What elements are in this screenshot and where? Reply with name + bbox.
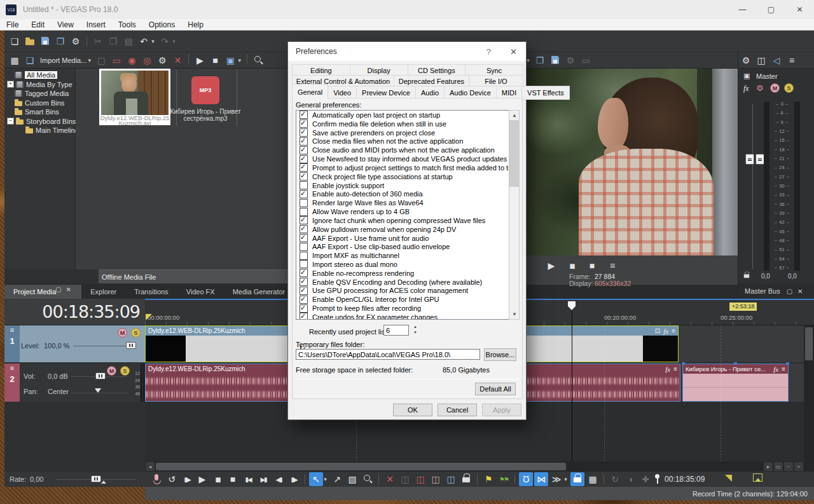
views-dropdown[interactable]: ▾ (236, 53, 243, 67)
preference-option[interactable]: Check project file type associations at … (296, 172, 519, 181)
option-checkbox[interactable] (300, 296, 308, 304)
menu-item[interactable]: Insert (80, 19, 112, 31)
extract-audio-icon[interactable]: ◎ (140, 53, 154, 67)
mixdown-audio-button[interactable]: ↻ (608, 472, 622, 486)
new-project-icon[interactable]: ❏ (8, 34, 22, 48)
browse-button[interactable]: Browse... (484, 348, 516, 361)
rate-slider-handle[interactable] (91, 475, 101, 482)
auto-ripple-button[interactable]: ≫ (549, 472, 563, 486)
start-preview-icon[interactable]: ▶ (193, 53, 207, 67)
option-checkbox[interactable] (300, 163, 308, 172)
options-scroll-thumb[interactable] (509, 120, 520, 187)
audio-track-header[interactable]: ≡ 2 M S Vol: 0,0 dB Pan: Center 12243648 (4, 364, 145, 402)
render-as-icon[interactable]: ❐ (53, 34, 67, 48)
preference-option[interactable]: Save active prerenders on project close (296, 128, 519, 137)
event-fx-icon[interactable]: fx (773, 365, 778, 373)
event-fx-icon[interactable]: fx (663, 327, 668, 335)
normal-edit-tool-button[interactable]: ↖ (309, 472, 323, 486)
panel-tab[interactable]: Explorer (81, 285, 125, 299)
paste-icon[interactable]: ▤ (121, 34, 135, 48)
bin-item[interactable]: Main Timeline (4, 126, 75, 135)
horizontal-scrollbar[interactable]: ◂ ▸ ▭ − + (145, 461, 804, 472)
redo-icon[interactable]: ↷ (158, 34, 172, 48)
loop-start-marker[interactable] (146, 314, 152, 320)
copy-icon[interactable]: ❐ (106, 34, 120, 48)
option-checkbox[interactable] (300, 137, 308, 146)
project-properties-icon[interactable]: ⚙ (69, 34, 83, 48)
v-scroll-thumb[interactable] (805, 327, 813, 360)
external-monitor-icon[interactable]: ▭ (579, 53, 593, 67)
scroll-left-button[interactable]: ◂ (146, 462, 155, 471)
track-strip[interactable]: ≡ 1 (4, 325, 20, 362)
media-bins-icon[interactable]: ▦ (8, 53, 22, 67)
preference-option[interactable]: Enable QSV Encoding and Decoding (where … (296, 278, 519, 287)
dialog-tab[interactable]: VST Effects (521, 86, 570, 100)
play-button[interactable]: ▶ (195, 472, 209, 486)
preference-option[interactable]: Enable no-recompress rendering (296, 269, 519, 278)
recent-list-input[interactable]: 6 (383, 325, 409, 336)
preference-option[interactable]: AAF Export - Use clip-based audio envelo… (296, 242, 519, 251)
track-menu-icon[interactable]: ≡ (10, 326, 14, 334)
downmix-output-icon[interactable]: ◫ (754, 53, 768, 67)
menu-item[interactable]: Options (142, 19, 181, 31)
expander-icon[interactable]: − (7, 118, 14, 125)
go-to-start-button[interactable]: ▮◀ (241, 472, 255, 486)
preview-menu-button[interactable]: ≡ (605, 259, 619, 273)
menu-item[interactable]: Tools (112, 19, 142, 31)
option-checkbox[interactable] (300, 172, 308, 180)
import-media-icon[interactable]: ❏ (23, 53, 37, 67)
preference-option[interactable]: Prompt to keep files after recording (296, 304, 519, 313)
panel-tab[interactable]: Video FX (177, 285, 224, 299)
event-fx-icon[interactable]: fx (665, 365, 670, 373)
tab-close-icon[interactable]: ✕ (797, 288, 803, 295)
option-checkbox[interactable] (300, 111, 308, 119)
option-checkbox[interactable] (300, 304, 308, 313)
option-checkbox[interactable] (300, 128, 308, 137)
preference-option[interactable]: Use GPU processing for ACES color manage… (296, 287, 519, 296)
cancel-button[interactable]: Cancel (438, 404, 477, 416)
save-project-icon[interactable] (38, 34, 52, 48)
menu-item[interactable]: Edit (25, 19, 51, 31)
menu-item[interactable]: File (0, 19, 25, 31)
minimize-button[interactable]: — (728, 0, 757, 19)
search-media-icon[interactable] (251, 53, 265, 67)
envelope-edit-tool-button[interactable]: ↗ (330, 472, 344, 486)
mixer-view-icon[interactable]: ≡ (785, 53, 799, 67)
temp-folder-input[interactable]: C:\Users\DTore\AppData\Local\VEGAS Pro\1… (296, 349, 480, 360)
bin-item[interactable]: + Media By Type (4, 80, 75, 90)
offline-media-icon[interactable]: ▢ (94, 53, 108, 67)
preference-option[interactable]: Enable joystick support (296, 181, 519, 190)
preview-play-button[interactable]: ▶ (544, 259, 558, 273)
option-checkbox[interactable] (300, 208, 308, 216)
zoom-in-button[interactable]: + (794, 462, 803, 471)
trim-start-button[interactable]: ◫ (398, 472, 412, 486)
edit-tool-dropdown[interactable]: ▾ (322, 472, 329, 486)
preference-option[interactable]: Render large Wave files as Wave64 (296, 198, 519, 207)
option-checkbox[interactable] (300, 190, 308, 198)
bin-item[interactable]: − Storyboard Bins (4, 117, 75, 126)
previous-frame-button[interactable]: ◀▮ (272, 472, 286, 486)
lock-event-button[interactable] (459, 472, 473, 486)
bin-item[interactable]: Tagged Media (4, 89, 75, 99)
video-track-header[interactable]: ≡ 1 M S Level: 100,0 % (4, 325, 145, 362)
trim-end-button[interactable]: ◫ (413, 472, 427, 486)
pause-button[interactable]: ▮▮ (210, 472, 224, 486)
dialog-help-button[interactable]: ? (486, 47, 491, 57)
option-checkbox[interactable] (300, 181, 308, 189)
media-views-icon[interactable]: ▣ (223, 53, 237, 67)
preview-quality-icon[interactable]: ⚙ (563, 53, 577, 67)
selection-edit-tool-button[interactable]: ▧ (345, 472, 359, 486)
undo-dropdown[interactable]: ▾ (149, 34, 156, 48)
vol-slider-handle[interactable] (95, 372, 106, 379)
option-checkbox[interactable] (300, 260, 308, 268)
ignore-grouping-button[interactable]: ▦ (586, 472, 600, 486)
tab-close-icon[interactable]: ✕ (66, 286, 71, 293)
option-checkbox[interactable] (300, 287, 308, 295)
save-snapshot-icon[interactable] (548, 53, 562, 67)
preference-option[interactable]: Enable OpenCL/GL Interop for Intel GPU (296, 295, 519, 304)
option-checkbox[interactable] (300, 199, 308, 207)
insert-region-button[interactable]: ⚑⚑ (497, 472, 511, 486)
option-checkbox[interactable] (300, 216, 308, 224)
option-checkbox[interactable] (300, 155, 308, 163)
preference-option[interactable]: Ignore fact chunk when opening compresse… (296, 216, 519, 225)
